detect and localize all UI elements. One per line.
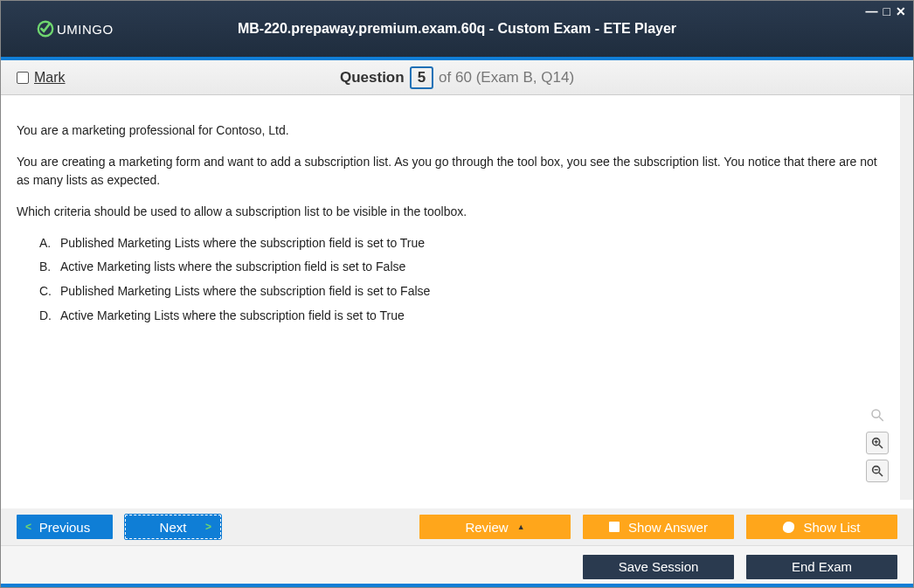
triangle-up-icon: ▲ <box>517 522 525 531</box>
window-title: MB-220.prepaway.premium.exam.60q - Custo… <box>238 21 676 37</box>
svg-line-4 <box>879 445 883 448</box>
accent-bar-bottom <box>1 584 913 587</box>
question-total: of 60 (Exam B, Q14) <box>439 69 574 86</box>
logo-text: UMINGO <box>57 22 114 37</box>
review-button[interactable]: Review ▲ <box>419 515 571 539</box>
logo: UMINGO <box>36 19 114 38</box>
answer-option[interactable]: D. Active Marketing Lists where the subs… <box>39 307 884 326</box>
zoom-out-icon[interactable] <box>866 460 889 482</box>
close-icon[interactable]: ✕ <box>896 4 906 18</box>
svg-line-2 <box>879 417 883 421</box>
question-label: Question <box>340 69 405 86</box>
save-session-button[interactable]: Save Session <box>583 555 734 579</box>
option-letter: B. <box>39 258 60 277</box>
option-letter: D. <box>39 307 60 326</box>
chevron-right-icon: > <box>205 521 211 533</box>
end-exam-button[interactable]: End Exam <box>746 555 897 579</box>
nav-button-row: < Previous Next > Review ▲ Show Answer S… <box>1 508 913 545</box>
mark-checkbox-icon[interactable] <box>17 72 29 84</box>
zoom-reset-icon[interactable] <box>866 404 889 426</box>
logo-check-icon <box>36 19 55 38</box>
chevron-left-icon: < <box>25 521 31 533</box>
option-text: Published Marketing Lists where the subs… <box>60 234 425 253</box>
mark-label: Mark <box>34 70 66 86</box>
previous-button[interactable]: < Previous <box>17 515 113 539</box>
next-button[interactable]: Next > <box>125 515 221 539</box>
option-letter: C. <box>39 282 60 301</box>
question-number: 5 <box>410 66 433 89</box>
question-content: You are a marketing professional for Con… <box>1 95 913 500</box>
question-header: Mark Question 5 of 60 (Exam B, Q14) <box>1 60 913 95</box>
minimize-icon[interactable]: — <box>866 4 878 18</box>
question-paragraph: Which criteria should be used to allow a… <box>17 203 884 222</box>
answer-option[interactable]: B. Active Marketing lists where the subs… <box>39 258 884 277</box>
answer-options: A. Published Marketing Lists where the s… <box>39 234 884 326</box>
option-text: Published Marketing Lists where the subs… <box>60 282 430 301</box>
svg-line-8 <box>879 473 883 476</box>
option-text: Active Marketing Lists where the subscri… <box>60 307 405 326</box>
show-answer-button[interactable]: Show Answer <box>583 515 734 539</box>
window-controls: — □ ✕ <box>866 4 906 18</box>
question-paragraph: You are a marketing professional for Con… <box>17 121 884 141</box>
option-text: Active Marketing lists where the subscri… <box>60 258 405 277</box>
show-list-button[interactable]: Show List <box>746 515 897 539</box>
mark-toggle[interactable]: Mark <box>17 70 66 86</box>
answer-option[interactable]: C. Published Marketing Lists where the s… <box>39 282 884 301</box>
answer-option[interactable]: A. Published Marketing Lists where the s… <box>39 234 884 253</box>
question-paragraph: You are creating a marketing form and wa… <box>17 153 884 190</box>
footer-button-row: Save Session End Exam <box>1 545 913 587</box>
blob-icon <box>783 521 796 534</box>
svg-point-1 <box>872 410 880 418</box>
titlebar: UMINGO MB-220.prepaway.premium.exam.60q … <box>1 1 913 57</box>
maximize-icon[interactable]: □ <box>883 4 890 18</box>
zoom-in-icon[interactable] <box>866 432 889 454</box>
question-indicator: Question 5 of 60 (Exam B, Q14) <box>340 66 574 89</box>
square-icon <box>609 522 620 532</box>
zoom-tools <box>866 404 889 482</box>
option-letter: A. <box>39 234 60 253</box>
